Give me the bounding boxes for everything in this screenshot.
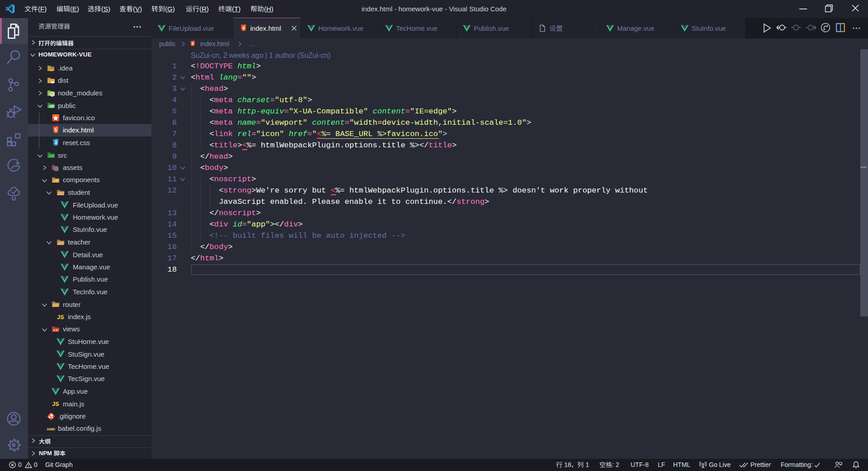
svg-text:JS: JS xyxy=(51,93,54,95)
